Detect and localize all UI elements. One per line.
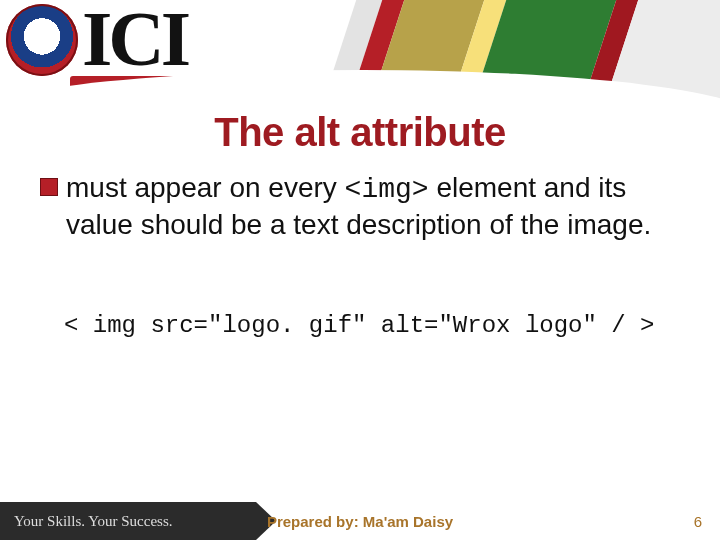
slide-body: must appear on every <img> element and i… (40, 170, 680, 242)
title-keyword: alt (294, 110, 339, 154)
page-number: 6 (694, 513, 702, 530)
inline-code: <img> (345, 174, 429, 205)
header-banner: ICI 15 years (0, 0, 720, 100)
title-prefix: The (214, 110, 294, 154)
bullet-text: must appear on every <img> element and i… (66, 170, 680, 242)
slide: ICI 15 years The alt attribute must appe… (0, 0, 720, 540)
footer-prepared-by: Prepared by: Ma'am Daisy (0, 513, 720, 530)
slide-title: The alt attribute (0, 110, 720, 155)
bullet-text-pre: must appear on every (66, 172, 345, 203)
bullet-item: must appear on every <img> element and i… (40, 170, 680, 242)
footer: Your Skills. Your Success. Prepared by: … (0, 498, 720, 540)
code-example: < img src="logo. gif" alt="Wrox logo" / … (64, 312, 680, 339)
school-seal-icon (6, 4, 78, 76)
title-suffix: attribute (340, 110, 506, 154)
square-bullet-icon (40, 178, 58, 196)
logo-text: ICI (82, 0, 187, 78)
